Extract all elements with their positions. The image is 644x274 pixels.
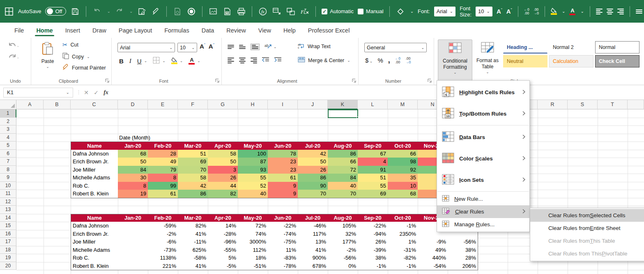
table-value-cell[interactable]: 50 — [118, 158, 148, 166]
table-value-cell[interactable]: 10 — [388, 182, 418, 190]
align-left-icon[interactable] — [228, 58, 234, 63]
table-value-cell[interactable]: 51 — [178, 150, 208, 158]
table-value-cell[interactable]: -2% — [148, 230, 178, 239]
table-value-cell[interactable]: 70 — [298, 190, 328, 198]
table-value-cell[interactable]: -2% — [328, 246, 358, 255]
table-header-cell[interactable]: Feb-20 — [148, 214, 178, 223]
font-name-select[interactable]: Arial⌄ — [434, 7, 455, 16]
tab-view[interactable]: View — [252, 24, 277, 37]
underline-button[interactable]: U — [137, 58, 142, 65]
table-value-cell[interactable]: -56% — [328, 254, 358, 262]
comma-button[interactable]: , — [388, 56, 390, 65]
table-value-cell[interactable]: 5% — [208, 254, 238, 262]
table-value-cell[interactable]: -9% — [418, 238, 448, 246]
table-value-cell[interactable] — [118, 246, 148, 255]
table-value-cell[interactable]: 42 — [298, 150, 328, 158]
table-value-cell[interactable]: 92 — [388, 166, 418, 174]
table-value-cell[interactable]: 84 — [328, 174, 358, 182]
table-value-cell[interactable]: 42 — [178, 182, 208, 190]
name-box-chevron[interactable]: ⌄ — [66, 90, 69, 95]
table-value-cell[interactable]: 28% — [448, 254, 478, 262]
submenu-item-clear-rules-from-entire-sheet[interactable]: Clear Rules from Entire Sheet — [530, 222, 644, 235]
grow-font-button[interactable]: Aˆ — [200, 43, 205, 50]
fill-color-icon[interactable] — [551, 8, 557, 15]
format-painter-quick-icon[interactable] — [151, 7, 161, 16]
table-value-cell[interactable]: 52 — [238, 182, 268, 190]
table-name-cell[interactable]: Dafna Johnson — [71, 222, 118, 230]
table-value-cell[interactable]: 19 — [118, 190, 148, 198]
table-value-cell[interactable]: -1% — [388, 262, 418, 271]
tab-insert[interactable]: Insert — [59, 24, 86, 37]
justify-quick-icon[interactable] — [636, 9, 642, 14]
save-icon[interactable] — [70, 7, 80, 16]
table-header-cell[interactable]: May-20 — [238, 214, 268, 223]
tab-data[interactable]: Data — [196, 24, 221, 37]
table-header-cell[interactable]: Mar-20 — [178, 142, 208, 150]
table-header-cell[interactable]: Oct-20 — [388, 142, 418, 150]
table-value-cell[interactable]: 72 — [328, 166, 358, 174]
table-value-cell[interactable]: -59% — [148, 222, 178, 230]
automatic-calc-checkbox[interactable]: ✓ Automatic — [322, 8, 354, 14]
name-box[interactable]: K1 ⌄ — [3, 88, 73, 98]
table-value-cell[interactable]: -96% — [208, 238, 238, 246]
ribbon-undo-icon[interactable]: ⌄ — [7, 42, 20, 49]
clipboard-dialog-launcher-icon[interactable] — [105, 79, 110, 83]
table-name-cell[interactable]: Robert B. Klein — [71, 190, 118, 198]
table-value-cell[interactable]: 38% — [448, 246, 478, 255]
ribbon-fill-color-icon[interactable] — [171, 58, 177, 64]
table-value-cell[interactable]: 177% — [328, 238, 358, 246]
table-value-cell[interactable]: 93 — [238, 166, 268, 174]
number-format-select[interactable]: General⌄ — [364, 43, 427, 52]
table-value-cell[interactable]: 61 — [268, 174, 298, 182]
table-name-cell[interactable]: Michelle Adams — [71, 246, 118, 255]
table-value-cell[interactable]: 26% — [358, 238, 388, 246]
table-value-cell[interactable] — [118, 254, 148, 262]
table-value-cell[interactable]: 32% — [328, 230, 358, 239]
table-value-cell[interactable]: -31% — [388, 246, 418, 255]
table-value-cell[interactable]: 112% — [238, 246, 268, 255]
ribbon-fill-chevron[interactable]: ⌄ — [180, 59, 183, 63]
tab-formulas[interactable]: Formulas — [158, 24, 195, 37]
table-value-cell[interactable]: -78% — [268, 262, 298, 271]
table-value-cell[interactable]: 900% — [298, 254, 328, 262]
table-value-cell[interactable]: 18% — [238, 254, 268, 262]
alignment-dialog-launcher-icon[interactable] — [352, 79, 356, 83]
table-value-cell[interactable]: 55 — [238, 174, 268, 182]
table-value-cell[interactable]: 58 — [208, 150, 238, 158]
table-value-cell[interactable]: 79 — [148, 166, 178, 174]
table-value-cell[interactable]: 40 — [328, 182, 358, 190]
record-circle-icon[interactable] — [186, 7, 196, 16]
style-check-cell[interactable]: Check Cell — [595, 55, 639, 67]
table-value-cell[interactable]: -6% — [148, 238, 178, 246]
format-as-table-button[interactable]: Format as Table ⌄ — [474, 39, 501, 81]
style-normal[interactable]: Normal — [595, 41, 639, 53]
table-header-cell[interactable]: Sep-20 — [358, 214, 388, 223]
tab-help[interactable]: Help — [277, 24, 302, 37]
increase-indent-icon[interactable] — [274, 57, 282, 64]
table-value-cell[interactable]: 11% — [268, 246, 298, 255]
table-value-cell[interactable]: 678% — [298, 262, 328, 271]
font-dialog-launcher-icon[interactable] — [215, 79, 220, 83]
table-value-cell[interactable]: 1% — [388, 238, 418, 246]
table-value-cell[interactable]: 87 — [238, 158, 268, 166]
table-value-cell[interactable]: 26 — [208, 174, 238, 182]
save-edit-icon[interactable] — [137, 7, 147, 16]
autosave-toggle[interactable]: Off — [45, 7, 66, 16]
ribbon-font-color-icon[interactable]: A — [189, 57, 195, 65]
borders-icon[interactable] — [153, 57, 160, 65]
table-value-cell[interactable]: -56% — [448, 238, 478, 246]
table-value-cell[interactable]: -1% — [388, 222, 418, 230]
table-value-cell[interactable]: 8 — [148, 174, 178, 182]
table-value-cell[interactable]: 23 — [268, 158, 298, 166]
table-value-cell[interactable]: 51 — [358, 174, 388, 182]
tab-professor-excel[interactable]: Professor Excel — [302, 24, 356, 37]
conditional-formatting-button[interactable]: Conditional Formatting ⌄ — [438, 39, 472, 81]
cut-button[interactable]: ✂ Cut — [62, 41, 78, 49]
table-value-cell[interactable]: 72% — [238, 222, 268, 230]
table-value-cell[interactable]: 49% — [418, 246, 448, 255]
number-dialog-launcher-icon[interactable] — [428, 79, 432, 83]
menu-item-new-rule[interactable]: New Rule... — [437, 193, 529, 205]
font-size-select[interactable]: 10⌄ — [476, 7, 492, 16]
table-value-cell[interactable]: -22% — [358, 222, 388, 230]
table-value-cell[interactable]: -46% — [298, 222, 328, 230]
